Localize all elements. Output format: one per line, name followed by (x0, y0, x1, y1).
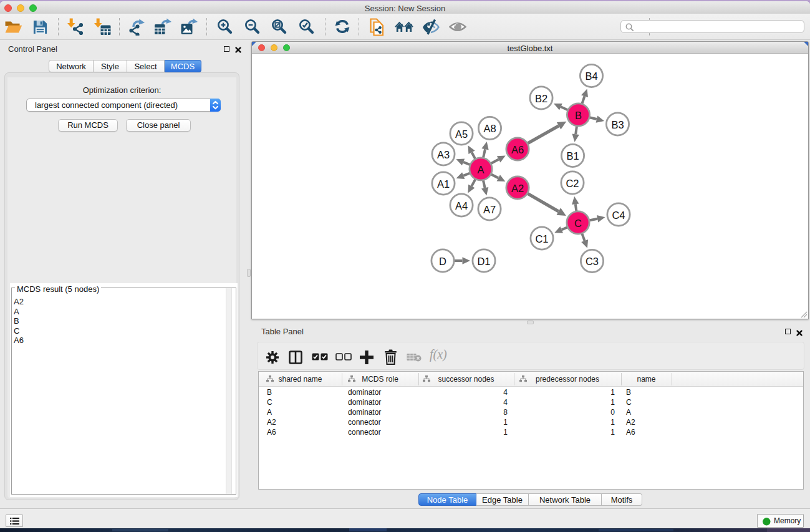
svg-text:A7: A7 (483, 204, 496, 215)
svg-text:D1: D1 (477, 256, 490, 267)
svg-text:A5: A5 (455, 128, 468, 140)
svg-text:C1: C1 (535, 233, 548, 244)
svg-text:A1: A1 (437, 178, 450, 190)
svg-text:B1: B1 (566, 150, 579, 162)
svg-text:A8: A8 (483, 123, 496, 134)
svg-text:B2: B2 (535, 93, 547, 104)
svg-text:C4: C4 (612, 210, 625, 221)
svg-text:A: A (477, 164, 484, 175)
svg-text:D: D (439, 256, 446, 267)
svg-text:C3: C3 (586, 256, 599, 267)
svg-text:A2: A2 (511, 183, 524, 194)
svg-text:A3: A3 (437, 149, 450, 160)
svg-text:A4: A4 (455, 200, 468, 211)
svg-text:C: C (574, 218, 582, 229)
svg-text:C2: C2 (566, 178, 579, 189)
svg-text:B: B (575, 110, 582, 121)
svg-text:A6: A6 (511, 144, 524, 155)
svg-text:B4: B4 (585, 70, 597, 82)
svg-text:B3: B3 (611, 119, 624, 130)
